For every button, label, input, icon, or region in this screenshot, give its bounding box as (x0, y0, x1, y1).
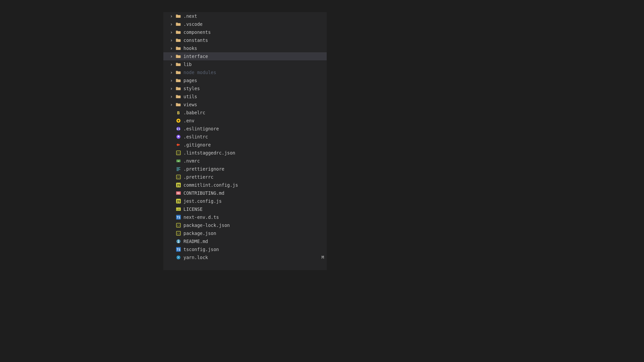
item-label: .prettierignore (183, 166, 327, 172)
file-item-prettierignore[interactable]: .prettierignore (163, 165, 327, 173)
file-item-next[interactable]: .next (163, 12, 327, 20)
chevron-icon (169, 13, 174, 19)
md-info-icon: i (175, 238, 181, 244)
item-label: lib (183, 62, 327, 67)
json-prettier-icon: {} (175, 174, 181, 180)
ts-icon: TS (176, 215, 181, 220)
item-label: views (183, 102, 327, 107)
file-explorer: .next .vscode (163, 12, 327, 270)
svg-text:MD: MD (177, 192, 180, 195)
file-item-styles[interactable]: styles (163, 84, 327, 93)
ts-icon: TS (175, 214, 181, 220)
file-item-prettierrc[interactable]: {} .prettierrc (163, 173, 327, 181)
folder-icon (175, 13, 181, 19)
chevron-icon (169, 102, 174, 107)
file-item-constants[interactable]: constants (163, 36, 327, 44)
item-label: .babelrc (183, 110, 327, 115)
chevron-icon (169, 38, 174, 43)
item-label: .next (183, 13, 327, 19)
md-red-icon: MD (176, 190, 181, 196)
file-item-gitignore[interactable]: .gitignore (163, 141, 327, 149)
file-item-lib[interactable]: lib (163, 60, 327, 68)
item-label: LICENSE (183, 206, 327, 212)
item-label: .env (183, 118, 327, 123)
folder-icon (175, 61, 181, 67)
file-item-nextenv[interactable]: TS next-env.d.ts (163, 213, 327, 221)
item-label: .nvmrc (183, 158, 327, 164)
item-label: .eslintrc (183, 134, 327, 139)
folder-icon (175, 29, 181, 35)
file-item-babelrc[interactable]: B .babelrc (163, 109, 327, 117)
prettierrc-icon: {} (176, 174, 181, 180)
file-item-node_modules[interactable]: node_modules (163, 68, 327, 76)
svg-text:{}: {} (177, 152, 180, 155)
file-item-components[interactable]: components (163, 28, 327, 36)
file-item-commitlint[interactable]: JS commitlint.config.js (163, 181, 327, 189)
svg-text:{}: {} (177, 232, 180, 235)
folder-icon (175, 53, 181, 59)
svg-text:ES: ES (177, 127, 180, 131)
prettier-icon (176, 166, 181, 172)
tsconfig-icon: TS (176, 247, 181, 252)
svg-text:≡: ≡ (178, 160, 179, 162)
file-item-license[interactable]: LIC LICENSE (163, 205, 327, 213)
file-item-vscode[interactable]: .vscode (163, 20, 327, 28)
json-icon: {} (176, 231, 181, 236)
js-icon: JS (175, 198, 181, 204)
json-icon: {} (176, 150, 181, 156)
file-item-utils[interactable]: utils (163, 93, 327, 101)
item-label: package-lock.json (183, 223, 327, 228)
env-icon (175, 118, 181, 124)
folder-icon (175, 77, 181, 83)
file-item-nvmrc[interactable]: ≡ .nvmrc (163, 157, 327, 165)
chevron-icon (169, 86, 174, 91)
file-item-packagejson[interactable]: {} package.json (163, 229, 327, 237)
svg-text:JS: JS (177, 200, 180, 203)
folder-icon (175, 85, 181, 92)
chevron-icon (169, 78, 174, 83)
item-label: styles (183, 86, 327, 91)
file-item-packagelock[interactable]: {} package-lock.json (163, 221, 327, 229)
file-item-lintstaggedrc[interactable]: {} .lintstaggedrc.json (163, 149, 327, 157)
git-icon (176, 142, 181, 147)
file-item-contributing[interactable]: MD CONTRIBUTING.md (163, 189, 327, 197)
file-item-eslintrc[interactable]: .eslintrc (163, 133, 327, 141)
file-item-hooks[interactable]: hooks (163, 44, 327, 52)
chevron-icon (169, 21, 174, 27)
item-label: next-env.d.ts (183, 215, 327, 220)
nvmrc-icon: ≡ (175, 158, 181, 164)
file-item-yarnlock[interactable]: yarn.lock M (163, 253, 327, 261)
file-item-views[interactable]: views (163, 101, 327, 109)
json-icon: {} (175, 230, 181, 236)
file-item-env[interactable]: .env (163, 117, 327, 125)
prettier-icon (175, 166, 181, 172)
item-label: constants (183, 38, 327, 43)
file-item-pages[interactable]: pages (163, 76, 327, 84)
file-item-readme[interactable]: i README.md (163, 237, 327, 245)
file-item-jestconfig[interactable]: JS jest.config.js (163, 197, 327, 205)
file-item-eslintignore[interactable]: ES .eslintignore (163, 125, 327, 133)
item-label: .prettierrc (183, 174, 327, 180)
folder-icon (175, 69, 181, 75)
svg-text:i: i (177, 240, 179, 243)
tsconfig-icon: TS (175, 246, 181, 252)
item-label: commitlint.config.js (183, 182, 327, 188)
folder-icon (175, 94, 181, 100)
svg-text:{}: {} (177, 176, 180, 179)
chevron-icon (169, 29, 174, 35)
item-label: jest.config.js (183, 198, 327, 204)
json-icon: {} (175, 150, 181, 156)
file-item-interface[interactable]: interface (163, 52, 327, 60)
file-item-tsconfig[interactable]: TS tsconfig.json (163, 245, 327, 253)
json-icon: {} (176, 223, 181, 228)
eslint-icon (176, 134, 181, 139)
md-info-icon: i (176, 239, 181, 244)
item-badge: M (322, 255, 324, 260)
eslint-icon (175, 134, 181, 140)
svg-point-4 (178, 144, 180, 145)
svg-text:TS: TS (177, 248, 180, 251)
item-label: components (183, 29, 327, 35)
yarn-icon (176, 255, 181, 260)
item-label: interface (183, 54, 327, 59)
svg-text:LIC: LIC (177, 208, 180, 210)
